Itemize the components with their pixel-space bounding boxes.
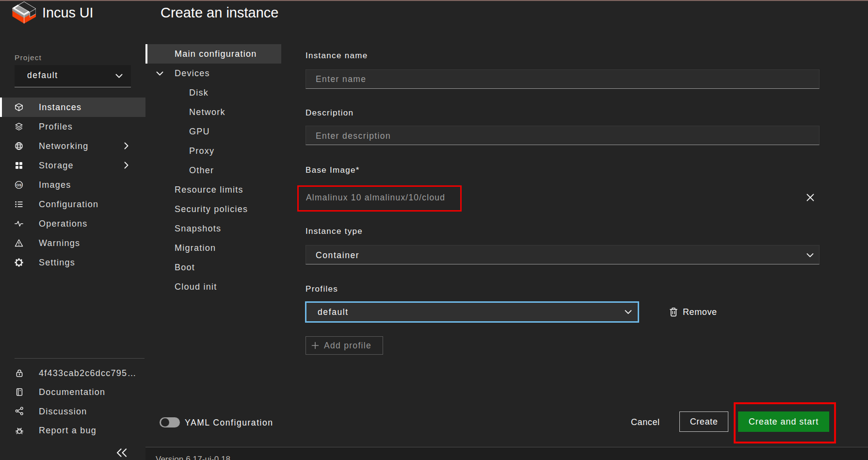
svg-text:OS: OS	[16, 183, 22, 187]
